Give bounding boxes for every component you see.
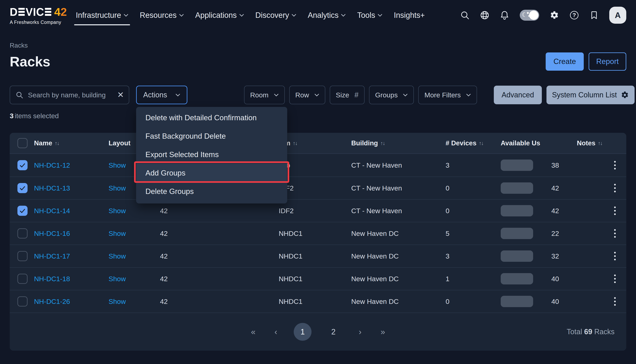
- room-cell: NHDC1: [271, 230, 351, 238]
- row-checkbox[interactable]: [18, 206, 28, 216]
- sort-icon[interactable]: ↑↓: [479, 140, 483, 146]
- breadcrumb[interactable]: Racks: [10, 42, 28, 49]
- filter-groups[interactable]: Groups: [369, 86, 414, 104]
- table-row-nh-dc1-12: NH-DC1-12Show42LabCT - New Haven338: [10, 154, 626, 176]
- menu-item-fast-background-delete[interactable]: Fast Background Delete: [136, 127, 287, 145]
- row-actions-kebab-icon[interactable]: [612, 182, 617, 194]
- size-cell: 42: [160, 207, 271, 215]
- pagination-page-1[interactable]: 1: [294, 323, 312, 341]
- row-actions-kebab-icon[interactable]: [612, 296, 617, 307]
- row-actions-kebab-icon[interactable]: [612, 250, 617, 262]
- menu-item-delete-with-detailed-confirmation[interactable]: Delete with Detailed Confirmation: [136, 108, 287, 127]
- rack-name-link[interactable]: NH-DC1-17: [34, 252, 70, 260]
- system-column-list-button[interactable]: System Column List: [546, 86, 634, 104]
- sort-icon[interactable]: ↑↓: [293, 140, 297, 146]
- column-label: Layout: [109, 139, 131, 147]
- layout-show-link[interactable]: Show: [109, 184, 126, 192]
- nav-item-infrastructure[interactable]: Infrastructure: [76, 11, 128, 20]
- layout-show-link[interactable]: Show: [109, 161, 126, 169]
- nav-item-insights-[interactable]: Insights+: [394, 11, 425, 20]
- filter-more-filters[interactable]: More Filters: [418, 86, 477, 104]
- rack-name-link[interactable]: NH-DC1-16: [34, 230, 70, 238]
- row-checkbox[interactable]: [18, 228, 28, 238]
- available-cell: 38: [498, 160, 571, 171]
- column-header-devices[interactable]: # Devices↑↓: [439, 139, 498, 147]
- selected-count: 3: [10, 112, 14, 120]
- pagination-next-icon[interactable]: ›: [355, 323, 365, 341]
- advanced-button[interactable]: Advanced: [494, 86, 542, 104]
- building-cell: New Haven DC: [351, 230, 439, 238]
- user-avatar[interactable]: A: [609, 7, 626, 24]
- layout-show-link[interactable]: Show: [109, 252, 126, 260]
- row-checkbox[interactable]: [18, 296, 28, 306]
- nav-item-analytics[interactable]: Analytics: [308, 11, 346, 20]
- row-checkbox[interactable]: [18, 251, 28, 261]
- row-actions-kebab-icon[interactable]: [612, 205, 617, 216]
- select-all-checkbox[interactable]: [18, 138, 28, 148]
- globe-icon[interactable]: [480, 10, 489, 20]
- chevron-down-icon: [466, 93, 471, 96]
- sort-icon[interactable]: ↑↓: [55, 140, 59, 146]
- pagination-page-2[interactable]: 2: [324, 323, 342, 341]
- help-icon[interactable]: ?: [569, 10, 579, 20]
- row-checkbox[interactable]: [18, 183, 28, 193]
- row-actions-kebab-icon[interactable]: [612, 273, 617, 285]
- selection-status: 3items selected: [10, 112, 626, 120]
- menu-item-delete-groups[interactable]: Delete Groups: [136, 182, 287, 201]
- menu-item-add-groups[interactable]: Add Groups: [136, 164, 287, 182]
- report-button[interactable]: Report: [588, 52, 626, 71]
- device42-logo[interactable]: DVIC 42 A Freshworks Company: [10, 5, 67, 25]
- pagination-last-icon[interactable]: »: [378, 323, 388, 341]
- nav-item-resources[interactable]: Resources: [140, 11, 184, 20]
- column-header-notes[interactable]: Notes↑↓: [571, 139, 626, 147]
- row-checkbox[interactable]: [18, 160, 28, 170]
- nav-item-discovery[interactable]: Discovery: [255, 11, 297, 20]
- layout-show-link[interactable]: Show: [109, 230, 126, 238]
- filter-row[interactable]: Row: [289, 86, 325, 104]
- rack-name-link[interactable]: NH-DC1-14: [34, 207, 70, 215]
- layout-show-link[interactable]: Show: [109, 207, 126, 215]
- column-header-building[interactable]: Building↑↓: [351, 139, 439, 147]
- row-actions-kebab-icon[interactable]: [612, 159, 617, 171]
- menu-item-export-selected-items[interactable]: Export Selected Items: [136, 145, 287, 164]
- available-units-bar: [501, 250, 533, 262]
- sort-icon[interactable]: ↑↓: [598, 140, 602, 146]
- clear-search-icon[interactable]: ✕: [117, 90, 124, 100]
- filter-label: Groups: [375, 91, 398, 99]
- sort-icon[interactable]: ↑↓: [380, 140, 385, 146]
- row-actions-kebab-icon[interactable]: [612, 228, 617, 239]
- create-button[interactable]: Create: [546, 52, 584, 71]
- filter-size[interactable]: Size#: [330, 86, 365, 104]
- row-checkbox[interactable]: [18, 274, 28, 284]
- racks-table-card: Name↑↓LayoutSize↑↓Room↑↓Building↑↓# Devi…: [10, 133, 626, 351]
- available-units-bar: [501, 296, 533, 307]
- layout-show-link[interactable]: Show: [109, 298, 126, 306]
- layout-show-link[interactable]: Show: [109, 275, 126, 283]
- pagination-prev-icon[interactable]: ‹: [271, 323, 281, 341]
- nav-item-tools[interactable]: Tools: [357, 11, 382, 20]
- logo-letter-e: [45, 8, 51, 16]
- chevron-down-icon: [239, 14, 244, 17]
- dark-mode-toggle[interactable]: ☾: [520, 10, 539, 21]
- available-units-bar: [501, 182, 533, 194]
- pagination-first-icon[interactable]: «: [248, 323, 258, 341]
- bell-icon[interactable]: [500, 10, 509, 20]
- bookmark-icon[interactable]: [589, 10, 599, 20]
- nav-item-applications[interactable]: Applications: [195, 11, 244, 20]
- available-value: 32: [551, 252, 559, 260]
- building-cell: CT - New Haven: [351, 207, 439, 215]
- available-cell: 42: [498, 205, 571, 216]
- column-header-name[interactable]: Name↑↓: [34, 139, 109, 147]
- rack-name-link[interactable]: NH-DC1-18: [34, 275, 70, 283]
- rack-name-link[interactable]: NH-DC1-26: [34, 298, 70, 306]
- actions-dropdown-button[interactable]: Actions: [136, 86, 187, 104]
- filter-room[interactable]: Room: [244, 86, 285, 104]
- rack-name-link[interactable]: NH-DC1-12: [34, 161, 70, 169]
- gear-icon[interactable]: [550, 10, 559, 20]
- room-cell: NHDC1: [271, 275, 351, 283]
- search-input[interactable]: [10, 86, 129, 104]
- available-cell: 40: [498, 296, 571, 307]
- rack-name-link[interactable]: NH-DC1-13: [34, 184, 70, 192]
- search-icon[interactable]: [460, 10, 469, 20]
- column-label: Notes: [577, 139, 595, 147]
